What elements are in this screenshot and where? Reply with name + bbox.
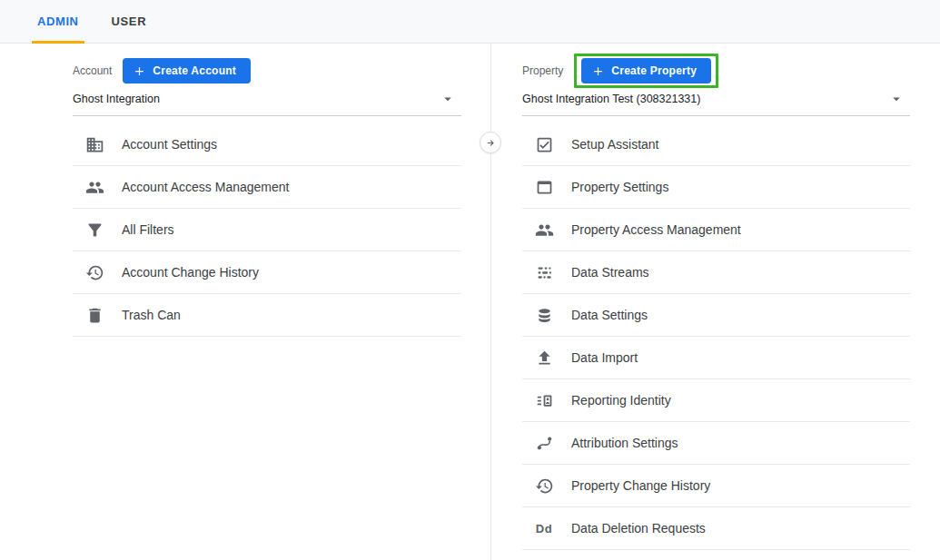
menu-item-setup-assistant[interactable]: Setup Assistant (522, 123, 910, 166)
tab-admin[interactable]: ADMIN (21, 0, 95, 43)
building-icon (84, 134, 104, 154)
attribution-path-icon (534, 433, 554, 453)
filter-icon (84, 220, 104, 240)
upload-icon (534, 348, 554, 368)
menu-item-property-settings[interactable]: Property Settings (522, 166, 910, 209)
identity-badge-icon (534, 390, 554, 410)
menu-item-label: Attribution Settings (571, 436, 678, 450)
trash-icon (84, 305, 104, 325)
create-account-button-label: Create Account (153, 64, 236, 77)
property-selector[interactable]: Ghost Integration Test (308321331) (522, 91, 910, 116)
menu-item-data-import[interactable]: Data Import (522, 337, 910, 379)
ga-admin-screen: ADMIN USER Account Create Account Ghost … (0, 0, 940, 560)
menu-item-label: Reporting Identity (571, 393, 671, 408)
menu-item-attribution-settings[interactable]: Attribution Settings (522, 422, 910, 465)
collapse-column-button[interactable] (480, 132, 501, 153)
column-divider (490, 44, 491, 560)
menu-item-data-settings[interactable]: Data Settings (522, 294, 910, 337)
menu-item-all-filters[interactable]: All Filters (73, 209, 461, 251)
history-icon (84, 262, 104, 282)
menu-item-account-change-history[interactable]: Account Change History (73, 251, 461, 294)
people-icon (534, 220, 554, 240)
green-annotation-box: Create Property (574, 54, 718, 88)
menu-item-label: Data Import (571, 350, 638, 365)
menu-item-property-change-history[interactable]: Property Change History (522, 465, 910, 507)
menu-item-label: Account Change History (122, 265, 259, 280)
menu-item-label: Account Settings (122, 137, 217, 152)
menu-item-account-access-management[interactable]: Account Access Management (73, 166, 461, 209)
history-icon (534, 476, 554, 496)
menu-item-label: All Filters (122, 222, 174, 237)
checkbox-check-icon (534, 134, 554, 154)
menu-item-data-streams[interactable]: Data Streams (522, 251, 910, 294)
plus-icon (591, 64, 605, 78)
property-panel-label: Property (522, 64, 563, 77)
property-panel-header: Property Create Property (522, 56, 910, 85)
menu-item-label: Data Deletion Requests (571, 521, 706, 535)
tab-admin-label: ADMIN (37, 15, 79, 28)
menu-item-label: Data Streams (571, 265, 649, 280)
database-icon (534, 305, 554, 325)
account-selector-value: Ghost Integration (73, 93, 160, 105)
account-panel-header: Account Create Account (73, 56, 461, 85)
tab-user[interactable]: USER (95, 0, 163, 43)
tab-user-label: USER (112, 15, 147, 28)
create-property-button[interactable]: Create Property (581, 58, 711, 84)
menu-item-label: Account Access Management (122, 180, 289, 194)
menu-item-label: Property Settings (571, 180, 668, 194)
create-account-button[interactable]: Create Account (123, 58, 251, 84)
property-panel: Property Create Property Ghost Integrati… (522, 56, 910, 550)
menu-item-account-settings[interactable]: Account Settings (73, 123, 461, 166)
menu-item-label: Trash Can (122, 308, 181, 322)
account-panel-label: Account (73, 64, 112, 77)
window-icon (534, 177, 554, 197)
create-property-button-label: Create Property (611, 64, 697, 77)
account-selector[interactable]: Ghost Integration (73, 91, 461, 116)
account-panel: Account Create Account Ghost Integration… (73, 56, 461, 337)
property-selector-value: Ghost Integration Test (308321331) (522, 93, 700, 105)
menu-item-label: Property Access Management (571, 222, 741, 237)
account-menu: Account Settings Account Access Manageme… (73, 123, 461, 337)
menu-item-reporting-identity[interactable]: Reporting Identity (522, 379, 910, 422)
dropdown-caret-icon (440, 91, 456, 107)
data-streams-icon (534, 262, 554, 282)
menu-item-label: Data Settings (571, 308, 648, 322)
menu-item-property-access-management[interactable]: Property Access Management (522, 209, 910, 251)
menu-item-label: Property Change History (571, 478, 710, 493)
people-icon (84, 177, 104, 197)
plus-icon (133, 64, 146, 78)
property-menu: Setup Assistant Property Settings Proper… (522, 123, 910, 550)
menu-item-label: Setup Assistant (571, 137, 659, 152)
menu-item-trash-can[interactable]: Trash Can (73, 294, 461, 337)
dropdown-caret-icon (888, 91, 905, 107)
menu-item-data-deletion-requests[interactable]: Dd Data Deletion Requests (522, 507, 910, 550)
arrow-right-icon (485, 137, 497, 149)
admin-user-tabbar: ADMIN USER (0, 0, 940, 44)
dd-text-icon: Dd (534, 518, 554, 538)
